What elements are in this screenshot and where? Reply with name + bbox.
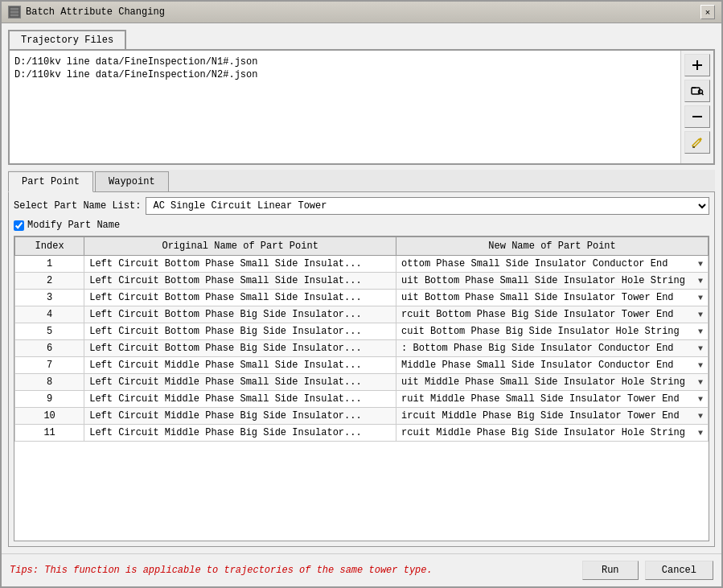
files-buttons bbox=[680, 51, 713, 163]
svg-rect-6 bbox=[692, 87, 696, 88]
cell-new: ottom Phase Small Side Insulator Conduct… bbox=[396, 256, 709, 273]
main-window: Batch Attribute Changing × Trajectory Fi… bbox=[0, 0, 723, 588]
cell-new: uit Middle Phase Small Side Insulator Ho… bbox=[396, 374, 709, 391]
table-row: 6Left Circuit Bottom Phase Big Side Insu… bbox=[15, 340, 709, 357]
new-name-dropdown-arrow[interactable]: ▼ bbox=[698, 378, 703, 387]
svg-rect-0 bbox=[10, 7, 19, 17]
run-button[interactable]: Run bbox=[582, 561, 639, 580]
col-header-orig: Original Name of Part Point bbox=[84, 237, 396, 256]
cell-orig: Left Circuit Middle Phase Small Side Ins… bbox=[84, 391, 396, 408]
files-area: D:/110kv line data/FineInspection/N1#.js… bbox=[8, 49, 715, 165]
cell-index: 9 bbox=[15, 391, 84, 408]
new-name-dropdown-arrow[interactable]: ▼ bbox=[698, 344, 703, 353]
content-area: Trajectory Files D:/110kv line data/Fine… bbox=[2, 23, 721, 553]
cell-orig: Left Circuit Bottom Phase Big Side Insul… bbox=[84, 306, 396, 323]
file-entry-1[interactable]: D:/110kv line data/FineInspection/N1#.js… bbox=[14, 56, 676, 68]
cell-index: 2 bbox=[15, 273, 84, 290]
cell-orig: Left Circuit Bottom Phase Small Side Ins… bbox=[84, 256, 396, 273]
cell-orig: Left Circuit Bottom Phase Big Side Insul… bbox=[84, 323, 396, 340]
cell-orig: Left Circuit Middle Phase Small Side Ins… bbox=[84, 357, 396, 374]
cell-index: 4 bbox=[15, 306, 84, 323]
cell-new: : Bottom Phase Big Side Insulator Conduc… bbox=[396, 340, 709, 357]
app-icon bbox=[8, 6, 21, 19]
col-header-new: New Name of Part Point bbox=[396, 237, 709, 256]
cell-orig: Left Circuit Bottom Phase Small Side Ins… bbox=[84, 290, 396, 306]
edit-file-button[interactable] bbox=[684, 131, 710, 154]
table-row: 8Left Circuit Middle Phase Small Side In… bbox=[15, 374, 709, 391]
trajectory-files-tab[interactable]: Trajectory Files bbox=[8, 30, 126, 49]
new-name-dropdown-arrow[interactable]: ▼ bbox=[698, 327, 703, 336]
browse-file-button[interactable] bbox=[684, 80, 710, 102]
part-name-dropdown[interactable]: AC Single Circuit Linear Tower bbox=[146, 197, 709, 215]
part-point-tab[interactable]: Part Point bbox=[8, 171, 93, 192]
cell-index: 1 bbox=[15, 256, 84, 273]
cell-orig: Left Circuit Middle Phase Big Side Insul… bbox=[84, 425, 396, 442]
remove-file-button[interactable] bbox=[684, 105, 710, 128]
table-row: 9Left Circuit Middle Phase Small Side In… bbox=[15, 391, 709, 408]
new-name-dropdown-arrow[interactable]: ▼ bbox=[698, 310, 703, 319]
col-header-index: Index bbox=[15, 237, 84, 256]
cell-new: rcuit Middle Phase Big Side Insulator Ho… bbox=[396, 425, 709, 442]
table-row: 3Left Circuit Bottom Phase Small Side In… bbox=[15, 290, 709, 306]
svg-point-7 bbox=[699, 90, 703, 94]
cancel-button[interactable]: Cancel bbox=[645, 561, 713, 580]
table-row: 2Left Circuit Bottom Phase Small Side In… bbox=[15, 273, 709, 290]
add-file-button[interactable] bbox=[684, 54, 710, 76]
table-row: 1Left Circuit Bottom Phase Small Side In… bbox=[15, 256, 709, 273]
tips-text: Tips: This function is applicable to tra… bbox=[10, 565, 433, 576]
cell-orig: Left Circuit Middle Phase Big Side Insul… bbox=[84, 408, 396, 425]
select-row: Select Part Name List: AC Single Circuit… bbox=[14, 197, 709, 215]
files-tab-header: Trajectory Files bbox=[8, 30, 715, 49]
new-name-dropdown-arrow[interactable]: ▼ bbox=[698, 429, 703, 438]
new-name-dropdown-arrow[interactable]: ▼ bbox=[698, 361, 703, 370]
select-part-label: Select Part Name List: bbox=[14, 200, 141, 212]
cell-orig: Left Circuit Bottom Phase Big Side Insul… bbox=[84, 340, 396, 357]
new-name-dropdown-arrow[interactable]: ▼ bbox=[698, 277, 703, 286]
new-name-dropdown-arrow[interactable]: ▼ bbox=[698, 294, 703, 302]
cell-index: 10 bbox=[15, 408, 84, 425]
cell-new: ircuit Middle Phase Big Side Insulator T… bbox=[396, 408, 709, 425]
part-tab-header: Part Point Waypoint bbox=[8, 170, 715, 192]
table-row: 10Left Circuit Middle Phase Big Side Ins… bbox=[15, 408, 709, 425]
table-scroll[interactable]: Index Original Name of Part Point New Na… bbox=[14, 236, 709, 442]
bottom-bar: Tips: This function is applicable to tra… bbox=[2, 553, 721, 586]
cell-new: rcuit Bottom Phase Big Side Insulator To… bbox=[396, 306, 709, 323]
cell-index: 5 bbox=[15, 323, 84, 340]
cell-index: 11 bbox=[15, 425, 84, 442]
cell-new: uit Bottom Phase Small Side Insulator Ho… bbox=[396, 273, 709, 290]
cell-new: Middle Phase Small Side Insulator Conduc… bbox=[396, 357, 709, 374]
part-table: Index Original Name of Part Point New Na… bbox=[14, 236, 709, 442]
cell-orig: Left Circuit Middle Phase Small Side Ins… bbox=[84, 374, 396, 391]
new-name-dropdown-arrow[interactable]: ▼ bbox=[698, 395, 703, 404]
table-row: 11Left Circuit Middle Phase Big Side Ins… bbox=[15, 425, 709, 442]
close-button[interactable]: × bbox=[700, 5, 715, 19]
new-name-dropdown-arrow[interactable]: ▼ bbox=[698, 260, 703, 269]
part-content: Select Part Name List: AC Single Circuit… bbox=[8, 192, 715, 547]
modify-part-checkbox[interactable] bbox=[14, 220, 24, 231]
waypoint-tab[interactable]: Waypoint bbox=[95, 171, 169, 191]
checkbox-row: Modify Part Name bbox=[14, 220, 709, 231]
bottom-buttons: Run Cancel bbox=[582, 561, 713, 580]
modify-part-label: Modify Part Name bbox=[27, 220, 120, 231]
new-name-dropdown-arrow[interactable]: ▼ bbox=[698, 412, 703, 421]
part-tabs-container: Part Point Waypoint Select Part Name Lis… bbox=[8, 170, 715, 547]
title-bar-left: Batch Attribute Changing bbox=[8, 6, 165, 19]
cell-new: uit Bottom Phase Small Side Insulator To… bbox=[396, 290, 709, 306]
cell-index: 7 bbox=[15, 357, 84, 374]
table-row: 4Left Circuit Bottom Phase Big Side Insu… bbox=[15, 306, 709, 323]
cell-new: cuit Bottom Phase Big Side Insulator Hol… bbox=[396, 323, 709, 340]
cell-index: 3 bbox=[15, 290, 84, 306]
svg-line-8 bbox=[702, 93, 704, 95]
cell-new: ruit Middle Phase Small Side Insulator T… bbox=[396, 391, 709, 408]
table-row: 5Left Circuit Bottom Phase Big Side Insu… bbox=[15, 323, 709, 340]
title-bar: Batch Attribute Changing × bbox=[2, 2, 721, 23]
cell-orig: Left Circuit Bottom Phase Small Side Ins… bbox=[84, 273, 396, 290]
part-table-wrapper: Index Original Name of Part Point New Na… bbox=[14, 236, 709, 541]
files-list: D:/110kv line data/FineInspection/N1#.js… bbox=[10, 51, 680, 163]
table-row: 7Left Circuit Middle Phase Small Side In… bbox=[15, 357, 709, 374]
window-title: Batch Attribute Changing bbox=[26, 6, 165, 18]
cell-index: 6 bbox=[15, 340, 84, 357]
cell-index: 8 bbox=[15, 374, 84, 391]
file-entry-2[interactable]: D:/110kv line data/FineInspection/N2#.js… bbox=[14, 68, 676, 81]
files-panel: Trajectory Files D:/110kv line data/Fine… bbox=[8, 30, 715, 165]
